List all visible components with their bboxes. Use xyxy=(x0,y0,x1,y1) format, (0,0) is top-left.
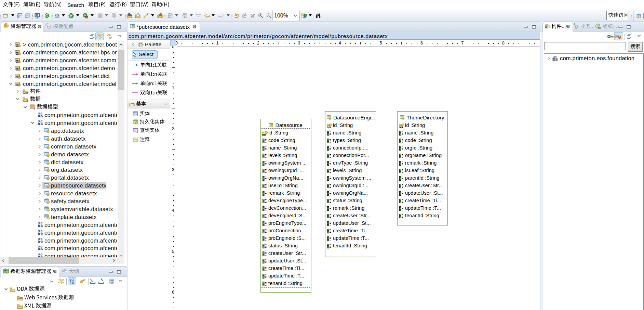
svg-text:?: ? xyxy=(41,248,43,251)
svg-text:?: ? xyxy=(41,232,43,235)
svg-text:?: ? xyxy=(27,99,29,102)
svg-text:?: ? xyxy=(555,58,557,61)
svg-text:?: ? xyxy=(33,107,36,110)
svg-text:?: ? xyxy=(41,224,43,228)
svg-text:?: ? xyxy=(41,240,43,243)
svg-text:?: ? xyxy=(26,91,28,94)
svg-text:?: ? xyxy=(41,123,43,126)
svg-text:?: ? xyxy=(41,115,43,118)
